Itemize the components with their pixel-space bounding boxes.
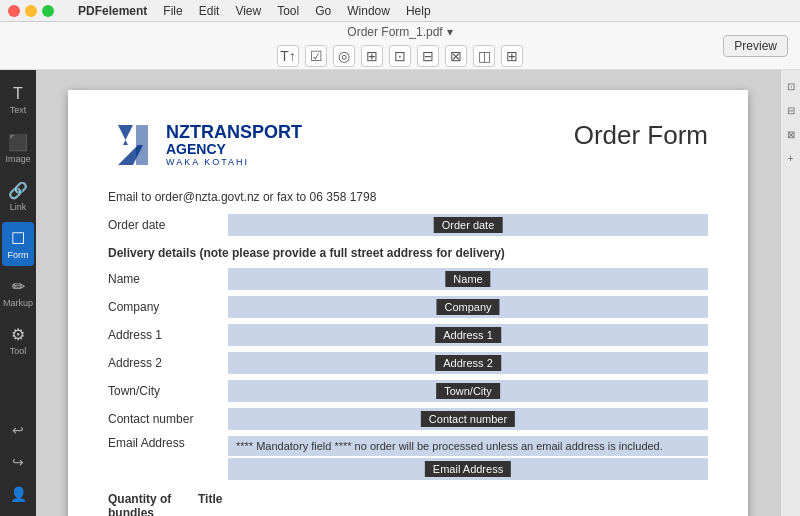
- towncity-overlay: Town/City: [436, 383, 500, 399]
- menu-go[interactable]: Go: [315, 4, 331, 18]
- pdf-container[interactable]: NZ TRANSPORT AGENCY WAKA KOTAHI Order Fo…: [36, 70, 780, 516]
- towncity-field[interactable]: Town/City: [228, 380, 708, 402]
- sidebar-bottom: ↩ ↪ 👤: [4, 416, 32, 516]
- pdf-header: NZ TRANSPORT AGENCY WAKA KOTAHI Order Fo…: [108, 120, 708, 170]
- address2-label: Address 2: [108, 356, 218, 370]
- contact-overlay: Contact number: [421, 411, 515, 427]
- sidebar-link-label: Link: [10, 202, 27, 212]
- order-date-field-container[interactable]: Order date: [228, 214, 708, 236]
- delivery-section-header: Delivery details (note please provide a …: [108, 246, 708, 260]
- sidebar-item-tool[interactable]: ⚙ Tool: [2, 318, 34, 362]
- pdf-page: NZ TRANSPORT AGENCY WAKA KOTAHI Order Fo…: [68, 90, 748, 516]
- sidebar: T Text ⬛ Image 🔗 Link ☐ Form ✏ Markup ⚙ …: [0, 70, 36, 516]
- address1-field-container[interactable]: Address 1: [228, 324, 708, 346]
- address2-row: Address 2 Address 2: [108, 352, 708, 374]
- toolbar-icon-box[interactable]: ⊠: [445, 45, 467, 67]
- right-panel-icon-4[interactable]: +: [783, 150, 799, 166]
- menu-tool[interactable]: Tool: [277, 4, 299, 18]
- minimize-button[interactable]: [25, 5, 37, 17]
- contact-field-container[interactable]: Contact number: [228, 408, 708, 430]
- company-field-container[interactable]: Company: [228, 296, 708, 318]
- name-label: Name: [108, 272, 218, 286]
- sidebar-item-image[interactable]: ⬛ Image: [2, 126, 34, 170]
- sidebar-item-form[interactable]: ☐ Form: [2, 222, 34, 266]
- company-field[interactable]: Company: [228, 296, 708, 318]
- user-icon[interactable]: 👤: [4, 480, 32, 508]
- sidebar-image-label: Image: [5, 154, 30, 164]
- menu-window[interactable]: Window: [347, 4, 390, 18]
- address2-field-container[interactable]: Address 2: [228, 352, 708, 374]
- name-field-container[interactable]: Name: [228, 268, 708, 290]
- toolbar-icon-check[interactable]: ☑: [305, 45, 327, 67]
- email-note: **** Mandatory field **** no order will …: [228, 436, 708, 456]
- maximize-button[interactable]: [42, 5, 54, 17]
- sidebar-item-markup[interactable]: ✏ Markup: [2, 270, 34, 314]
- image-icon: ⬛: [8, 133, 28, 152]
- sidebar-item-link[interactable]: 🔗 Link: [2, 174, 34, 218]
- sidebar-form-label: Form: [8, 250, 29, 260]
- nzta-logo: [108, 120, 158, 170]
- undo-icon[interactable]: ↩: [4, 416, 32, 444]
- order-date-overlay: Order date: [434, 217, 503, 233]
- name-row: Name Name: [108, 268, 708, 290]
- contact-row: Contact number Contact number: [108, 408, 708, 430]
- toolbar-icon-grid1[interactable]: ⊞: [361, 45, 383, 67]
- right-panel-icon-3[interactable]: ⊠: [783, 126, 799, 142]
- tool-icon: ⚙: [11, 325, 25, 344]
- toolbar-icon-minus[interactable]: ⊟: [417, 45, 439, 67]
- close-button[interactable]: [8, 5, 20, 17]
- email-field[interactable]: Email Address: [228, 458, 708, 480]
- toolbar-icon-grid3[interactable]: ⊞: [501, 45, 523, 67]
- name-overlay: Name: [445, 271, 490, 287]
- email-label: Email Address: [108, 436, 218, 450]
- email-row: Email Address **** Mandatory field **** …: [108, 436, 708, 480]
- title-arrow: ▾: [447, 25, 453, 39]
- order-date-row: Order date Order date: [108, 214, 708, 236]
- menu-help[interactable]: Help: [406, 4, 431, 18]
- toolbar-icon-split[interactable]: ◫: [473, 45, 495, 67]
- logo-area: NZ TRANSPORT AGENCY WAKA KOTAHI: [108, 120, 302, 170]
- form-title: Order Form: [574, 120, 708, 151]
- content-area: NZ TRANSPORT AGENCY WAKA KOTAHI Order Fo…: [36, 70, 800, 516]
- traffic-lights: [8, 5, 54, 17]
- email-overlay: Email Address: [425, 461, 511, 477]
- col-title-header: Title: [198, 492, 708, 516]
- company-label: Company: [108, 300, 218, 314]
- address1-field[interactable]: Address 1: [228, 324, 708, 346]
- col-qty-header: Quantity of bundles: [108, 492, 198, 516]
- menu-file[interactable]: File: [163, 4, 182, 18]
- email-field-container[interactable]: **** Mandatory field **** no order will …: [228, 436, 708, 480]
- order-date-field[interactable]: Order date: [228, 214, 708, 236]
- address1-row: Address 1 Address 1: [108, 324, 708, 346]
- company-overlay: Company: [436, 299, 499, 315]
- address2-overlay: Address 2: [435, 355, 501, 371]
- text-icon: T: [13, 85, 23, 103]
- markup-icon: ✏: [12, 277, 25, 296]
- right-panel-icon-2[interactable]: ⊟: [783, 102, 799, 118]
- contact-field[interactable]: Contact number: [228, 408, 708, 430]
- menu-view[interactable]: View: [235, 4, 261, 18]
- email-instruction: Email to order@nzta.govt.nz or fax to 06…: [108, 190, 708, 204]
- title-text: Order Form_1.pdf: [347, 25, 442, 39]
- document-title: Order Form_1.pdf ▾: [347, 22, 452, 42]
- name-field[interactable]: Name: [228, 268, 708, 290]
- toolbar-icon-circle[interactable]: ◎: [333, 45, 355, 67]
- towncity-row: Town/City Town/City: [108, 380, 708, 402]
- toolbar-icon-grid2[interactable]: ⊡: [389, 45, 411, 67]
- right-panel: ⊡ ⊟ ⊠ +: [780, 70, 800, 516]
- form-icon: ☐: [11, 229, 25, 248]
- preview-button[interactable]: Preview: [723, 35, 788, 57]
- sidebar-item-text[interactable]: T Text: [2, 78, 34, 122]
- address2-field[interactable]: Address 2: [228, 352, 708, 374]
- contact-label: Contact number: [108, 412, 218, 426]
- menu-edit[interactable]: Edit: [199, 4, 220, 18]
- table-header: Quantity of bundles Title: [108, 492, 708, 516]
- redo-icon[interactable]: ↪: [4, 448, 32, 476]
- logo-nz: NZ: [166, 123, 190, 141]
- order-date-label: Order date: [108, 218, 218, 232]
- right-panel-icon-1[interactable]: ⊡: [783, 78, 799, 94]
- towncity-label: Town/City: [108, 384, 218, 398]
- logo-waka: WAKA KOTAHI: [166, 157, 302, 167]
- toolbar-icon-text[interactable]: T↑: [277, 45, 299, 67]
- towncity-field-container[interactable]: Town/City: [228, 380, 708, 402]
